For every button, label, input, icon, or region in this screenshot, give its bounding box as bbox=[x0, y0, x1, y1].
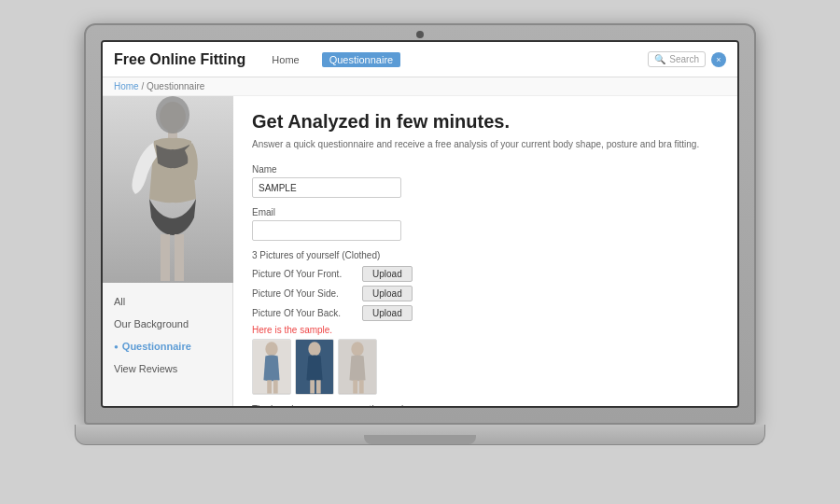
sidebar-menu: All Our Background Questionnaire View Re… bbox=[103, 283, 232, 387]
sample-figure-2-icon bbox=[296, 339, 333, 395]
nav-bar: Free Online Fitting Home Questionnaire 🔍… bbox=[103, 42, 737, 77]
name-label: Name bbox=[252, 164, 719, 175]
upload-row-side: Picture Of Your Side. Upload bbox=[252, 286, 719, 301]
breadcrumb: Home / Questionnaire bbox=[103, 77, 737, 96]
svg-rect-9 bbox=[273, 380, 278, 393]
sample-image-3 bbox=[338, 339, 377, 395]
upload-front-label: Picture Of Your Front. bbox=[252, 269, 355, 279]
bra-size-label: The bra size your are currently wearing. bbox=[252, 404, 719, 406]
breadcrumb-home[interactable]: Home bbox=[114, 81, 139, 91]
svg-point-3 bbox=[156, 96, 189, 133]
sidebar-item-background[interactable]: Our Background bbox=[103, 313, 232, 335]
sample-images bbox=[252, 339, 719, 395]
nav-links: Home Questionnaire bbox=[268, 52, 648, 67]
svg-point-11 bbox=[308, 342, 320, 356]
sidebar: All Our Background Questionnaire View Re… bbox=[103, 96, 233, 406]
search-icon: 🔍 bbox=[654, 54, 665, 64]
upload-back-button[interactable]: Upload bbox=[362, 305, 413, 321]
email-label: Email bbox=[252, 207, 719, 217]
upload-back-label: Picture Of Your Back. bbox=[252, 308, 355, 318]
name-group: Name bbox=[252, 164, 719, 198]
upload-row-back: Picture Of Your Back. Upload bbox=[252, 305, 719, 321]
pictures-group: 3 Pictures of yourself (Clothed) Picture… bbox=[252, 250, 719, 395]
svg-point-7 bbox=[265, 342, 277, 356]
pictures-section-title: 3 Pictures of yourself (Clothed) bbox=[252, 250, 719, 260]
sample-figure-3-icon bbox=[339, 339, 376, 395]
website: Free Online Fitting Home Questionnaire 🔍… bbox=[103, 42, 737, 406]
laptop-outer: Free Online Fitting Home Questionnaire 🔍… bbox=[65, 23, 775, 481]
nav-logo: Free Online Fitting bbox=[114, 51, 245, 68]
breadcrumb-current: Questionnaire bbox=[147, 81, 204, 91]
sidebar-item-all[interactable]: All bbox=[103, 290, 232, 313]
svg-rect-4 bbox=[161, 234, 170, 281]
sample-figure-1-icon bbox=[253, 339, 290, 395]
svg-rect-16 bbox=[353, 380, 357, 393]
form-subtitle: Answer a quick questionnaire and receive… bbox=[252, 138, 719, 151]
upload-row-front: Picture Of Your Front. Upload bbox=[252, 266, 719, 282]
upload-front-button[interactable]: Upload bbox=[362, 266, 413, 282]
breadcrumb-separator: / bbox=[141, 81, 144, 91]
laptop-base bbox=[75, 425, 765, 445]
upload-side-label: Picture Of Your Side. bbox=[252, 288, 355, 299]
sidebar-item-reviews[interactable]: View Reviews bbox=[103, 357, 232, 380]
sidebar-image bbox=[103, 96, 233, 283]
bra-size-group: The bra size your are currently wearing. bbox=[252, 404, 719, 406]
laptop-lid: Free Online Fitting Home Questionnaire 🔍… bbox=[84, 23, 756, 425]
name-input[interactable] bbox=[252, 177, 401, 198]
sidebar-item-questionnaire[interactable]: Questionnaire bbox=[103, 335, 232, 357]
svg-rect-13 bbox=[316, 380, 321, 393]
svg-rect-8 bbox=[267, 380, 272, 393]
main-content: All Our Background Questionnaire View Re… bbox=[103, 96, 737, 406]
email-group: Email bbox=[252, 207, 719, 241]
form-area: Get Analyzed in few minutes. Answer a qu… bbox=[233, 96, 737, 406]
woman-silhouette-icon bbox=[103, 96, 233, 283]
sample-link[interactable]: Here is the sample. bbox=[252, 325, 719, 335]
svg-rect-17 bbox=[359, 380, 364, 393]
nav-close-button[interactable]: × bbox=[711, 52, 726, 67]
nav-link-questionnaire[interactable]: Questionnaire bbox=[322, 52, 401, 67]
upload-side-button[interactable]: Upload bbox=[362, 286, 413, 301]
laptop-camera-icon bbox=[416, 31, 424, 38]
email-input[interactable] bbox=[252, 220, 401, 241]
laptop-screen: Free Online Fitting Home Questionnaire 🔍… bbox=[101, 40, 739, 408]
search-placeholder: Search bbox=[669, 54, 699, 64]
svg-point-15 bbox=[351, 342, 363, 356]
form-title: Get Analyzed in few minutes. bbox=[252, 111, 719, 133]
sample-image-2 bbox=[295, 339, 334, 395]
nav-link-home[interactable]: Home bbox=[268, 52, 302, 67]
svg-rect-5 bbox=[175, 234, 184, 281]
sample-image-1 bbox=[252, 339, 291, 395]
svg-rect-12 bbox=[310, 380, 315, 393]
nav-search-box[interactable]: 🔍 Search bbox=[648, 51, 706, 67]
